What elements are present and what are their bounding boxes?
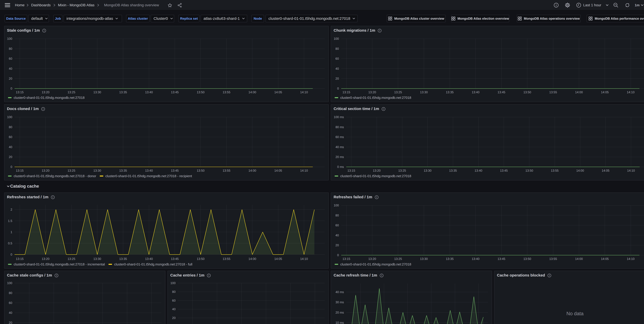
svg-text:14:00: 14:00 (248, 257, 256, 261)
svg-text:80: 80 (172, 290, 176, 294)
svg-text:14:00: 14:00 (575, 257, 583, 261)
svg-text:13:45: 13:45 (171, 257, 179, 261)
svg-text:13:20: 13:20 (42, 257, 50, 261)
svg-text:13:50: 13:50 (197, 90, 204, 94)
svg-text:80: 80 (9, 125, 12, 129)
svg-text:20 ms: 20 ms (336, 155, 344, 159)
svg-text:13:15: 13:15 (16, 90, 24, 94)
svg-text:13:55: 13:55 (551, 169, 558, 172)
svg-text:20: 20 (336, 77, 339, 80)
svg-text:13:30: 13:30 (424, 169, 432, 172)
svg-text:13:40: 13:40 (472, 257, 480, 261)
svg-text:60: 60 (9, 301, 12, 305)
svg-text:13:50: 13:50 (524, 90, 531, 94)
svg-text:60: 60 (9, 135, 12, 139)
svg-text:100: 100 (170, 281, 176, 285)
svg-text:80: 80 (9, 47, 12, 50)
svg-text:13:20: 13:20 (42, 169, 50, 172)
svg-text:13:55: 13:55 (222, 90, 230, 94)
svg-text:13:50: 13:50 (524, 257, 531, 261)
svg-text:0: 0 (337, 253, 339, 257)
svg-text:0: 0 (10, 87, 12, 90)
svg-text:80: 80 (336, 47, 339, 50)
svg-text:14:05: 14:05 (274, 257, 282, 261)
svg-text:13:45: 13:45 (500, 169, 508, 172)
svg-text:1: 1 (10, 230, 12, 234)
svg-text:40: 40 (9, 67, 12, 70)
svg-text:13:30: 13:30 (94, 90, 101, 94)
svg-text:13:45: 13:45 (171, 90, 179, 94)
svg-text:60: 60 (9, 57, 12, 60)
svg-text:13:40: 13:40 (475, 169, 482, 172)
svg-text:13:30: 13:30 (420, 90, 428, 94)
svg-text:40 ms: 40 ms (336, 290, 344, 294)
svg-text:20: 20 (9, 321, 12, 324)
svg-text:60: 60 (336, 224, 339, 227)
svg-text:13:30: 13:30 (94, 257, 101, 261)
svg-text:13:35: 13:35 (446, 90, 454, 94)
svg-text:14:00: 14:00 (248, 169, 256, 172)
svg-text:13:15: 13:15 (16, 257, 24, 261)
svg-text:2: 2 (10, 208, 12, 211)
svg-text:14:05: 14:05 (274, 169, 282, 172)
svg-text:13:15: 13:15 (342, 257, 350, 261)
svg-text:100 ms: 100 ms (334, 115, 344, 119)
svg-text:14:10: 14:10 (627, 90, 634, 94)
svg-text:0: 0 (337, 87, 339, 90)
svg-text:40: 40 (336, 234, 339, 237)
svg-text:40: 40 (9, 145, 12, 149)
svg-text:20: 20 (9, 155, 12, 159)
svg-text:80: 80 (9, 291, 12, 295)
svg-text:14:05: 14:05 (602, 169, 610, 172)
svg-text:13:55: 13:55 (549, 90, 557, 94)
svg-text:0: 0 (10, 253, 12, 256)
svg-text:100: 100 (334, 37, 339, 40)
svg-text:14:10: 14:10 (627, 169, 635, 172)
svg-text:13:40: 13:40 (145, 257, 153, 261)
svg-text:13:25: 13:25 (398, 169, 406, 172)
svg-text:80 ms: 80 ms (336, 125, 344, 129)
svg-text:13:30: 13:30 (420, 257, 428, 261)
svg-text:13:55: 13:55 (222, 169, 230, 172)
svg-text:40: 40 (172, 308, 176, 311)
svg-text:13:20: 13:20 (368, 257, 376, 261)
svg-text:13:20: 13:20 (373, 169, 380, 172)
svg-text:14:10: 14:10 (300, 169, 308, 172)
svg-text:40 ms: 40 ms (336, 145, 344, 149)
svg-text:14:05: 14:05 (274, 90, 282, 94)
svg-text:13:50: 13:50 (197, 257, 204, 261)
svg-text:13:30: 13:30 (94, 169, 101, 172)
svg-text:13:35: 13:35 (446, 257, 454, 261)
svg-text:1.5: 1.5 (8, 219, 12, 223)
svg-text:14:10: 14:10 (300, 257, 308, 261)
svg-text:60 ms: 60 ms (336, 135, 344, 139)
svg-text:13:25: 13:25 (68, 169, 75, 172)
svg-text:13:40: 13:40 (145, 169, 153, 172)
svg-text:100: 100 (7, 37, 12, 40)
svg-text:100: 100 (7, 115, 12, 119)
svg-text:60: 60 (336, 57, 339, 60)
svg-text:0.5: 0.5 (8, 242, 12, 245)
svg-text:14:00: 14:00 (248, 90, 256, 94)
svg-text:0 ms: 0 ms (337, 165, 344, 169)
svg-text:13:40: 13:40 (472, 90, 480, 94)
svg-text:0: 0 (10, 165, 12, 169)
svg-text:20: 20 (172, 316, 176, 320)
svg-text:13:55: 13:55 (549, 257, 557, 261)
svg-text:13:25: 13:25 (394, 257, 402, 261)
svg-text:30 ms: 30 ms (336, 301, 344, 304)
svg-text:13:35: 13:35 (119, 90, 127, 94)
svg-text:14:10: 14:10 (300, 90, 308, 94)
svg-text:14:05: 14:05 (601, 257, 609, 261)
svg-text:13:40: 13:40 (145, 90, 153, 94)
svg-text:13:15: 13:15 (342, 90, 350, 94)
svg-text:13:25: 13:25 (68, 90, 75, 94)
svg-text:13:45: 13:45 (498, 257, 505, 261)
svg-text:40: 40 (336, 67, 339, 70)
svg-text:13:35: 13:35 (119, 257, 127, 261)
svg-text:13:20: 13:20 (368, 90, 376, 94)
svg-text:10 ms: 10 ms (336, 321, 344, 324)
svg-text:14:00: 14:00 (575, 90, 583, 94)
svg-text:13:45: 13:45 (498, 90, 505, 94)
svg-text:40: 40 (9, 311, 12, 315)
